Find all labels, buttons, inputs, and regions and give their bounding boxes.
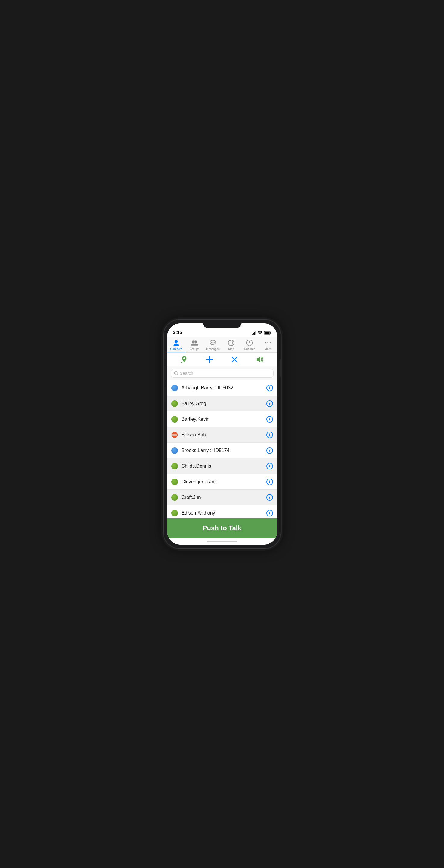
- location-button[interactable]: [172, 355, 197, 363]
- svg-point-15: [265, 342, 266, 343]
- status-time: 3:15: [173, 330, 182, 335]
- tab-contacts-label: Contacts: [170, 347, 182, 351]
- tab-recents[interactable]: Recents: [241, 337, 259, 352]
- contact-item[interactable]: Croft.Jimi: [167, 490, 277, 505]
- phone-shell: 3:15: [163, 320, 281, 548]
- contact-name: Brooks.Larry :: ID5174: [182, 448, 266, 453]
- status-dot: [171, 400, 178, 407]
- contacts-icon: [172, 339, 180, 347]
- contact-item[interactable]: Arbaugh.Barry :: ID5032i: [167, 380, 277, 396]
- status-dot: [171, 385, 178, 391]
- contact-name: Edison.Anthony: [182, 510, 266, 516]
- tab-messages[interactable]: Messages: [204, 337, 222, 352]
- location-pin-icon: [180, 355, 188, 363]
- push-to-talk-button[interactable]: Push to Talk: [167, 518, 277, 538]
- contact-list: Arbaugh.Barry :: ID5032iBailey.GregiBart…: [167, 380, 277, 518]
- svg-rect-28: [172, 434, 177, 435]
- volume-button[interactable]: [247, 355, 272, 364]
- tab-map-label: Map: [228, 347, 234, 351]
- close-icon: [231, 356, 238, 363]
- info-button[interactable]: i: [266, 416, 273, 423]
- ptt-label: Push to Talk: [202, 524, 242, 532]
- info-button[interactable]: i: [266, 478, 273, 485]
- svg-marker-24: [257, 357, 260, 362]
- tab-bar: Contacts Groups Me: [167, 337, 277, 353]
- contact-name: Arbaugh.Barry :: ID5032: [182, 385, 266, 391]
- mute-button: [163, 350, 164, 361]
- add-icon: [205, 355, 214, 364]
- info-button[interactable]: i: [266, 400, 273, 407]
- contact-item[interactable]: Edison.Anthonyi: [167, 505, 277, 518]
- svg-line-26: [177, 374, 178, 375]
- home-indicator: [167, 538, 277, 545]
- status-icons: [252, 331, 271, 335]
- status-dot: [171, 478, 178, 485]
- tab-groups-label: Groups: [190, 347, 200, 351]
- contact-item[interactable]: Clevenger.Franki: [167, 474, 277, 490]
- volume-down-button: [163, 385, 164, 402]
- phone-screen: 3:15: [167, 323, 277, 545]
- contact-name: Clevenger.Frank: [182, 479, 266, 485]
- contact-name: Childs.Dennis: [182, 463, 266, 469]
- info-button[interactable]: i: [266, 510, 273, 517]
- status-dot: [171, 463, 178, 469]
- battery-icon: [264, 331, 271, 335]
- close-button[interactable]: [222, 356, 247, 363]
- svg-point-17: [269, 342, 271, 343]
- blocked-icon: [171, 432, 178, 438]
- notch: [202, 320, 242, 328]
- svg-point-8: [213, 342, 214, 343]
- svg-point-16: [267, 342, 268, 343]
- groups-icon: [191, 339, 198, 347]
- messages-icon: [209, 339, 217, 347]
- info-button[interactable]: i: [266, 463, 273, 469]
- tab-more[interactable]: More: [259, 337, 277, 352]
- search-bar: Search: [167, 366, 277, 380]
- svg-point-18: [183, 357, 185, 359]
- more-icon: [264, 339, 272, 347]
- contact-item[interactable]: Blasco.Bobi: [167, 427, 277, 443]
- status-dot: [171, 494, 178, 501]
- tab-groups[interactable]: Groups: [186, 337, 204, 352]
- search-icon: [174, 371, 178, 375]
- contact-name: Croft.Jim: [182, 495, 266, 500]
- home-bar: [207, 541, 237, 542]
- svg-point-3: [175, 340, 178, 343]
- svg-point-7: [211, 342, 212, 343]
- map-icon: [227, 339, 235, 347]
- info-button[interactable]: i: [266, 447, 273, 454]
- status-dot: [171, 447, 178, 454]
- recents-icon: [246, 339, 253, 347]
- search-input-wrap[interactable]: Search: [171, 369, 274, 378]
- svg-point-19: [181, 363, 182, 363]
- contact-name: Bartley.Kevin: [182, 416, 266, 422]
- contact-item[interactable]: Childs.Dennisi: [167, 458, 277, 474]
- status-dot: [171, 510, 178, 517]
- tab-contacts[interactable]: Contacts: [167, 337, 186, 352]
- svg-rect-1: [270, 332, 271, 334]
- tab-map[interactable]: Map: [222, 337, 241, 352]
- info-button[interactable]: i: [266, 432, 273, 438]
- info-button[interactable]: i: [266, 385, 273, 391]
- add-button[interactable]: [197, 355, 222, 364]
- info-button[interactable]: i: [266, 494, 273, 501]
- volume-icon: [255, 355, 264, 364]
- toolbar: [167, 353, 277, 366]
- status-dot: [171, 416, 178, 423]
- contact-name: Blasco.Bob: [182, 432, 266, 438]
- svg-point-9: [214, 342, 215, 343]
- tab-messages-label: Messages: [206, 347, 220, 351]
- search-placeholder: Search: [180, 371, 193, 376]
- svg-rect-2: [264, 332, 269, 334]
- signal-icon: [252, 331, 256, 335]
- contact-item[interactable]: Bartley.Kevini: [167, 411, 277, 427]
- tab-more-label: More: [264, 347, 272, 351]
- tab-recents-label: Recents: [244, 347, 255, 351]
- svg-point-5: [194, 340, 197, 343]
- svg-point-4: [192, 340, 194, 343]
- contact-name: Bailey.Greg: [182, 401, 266, 406]
- contact-item[interactable]: Bailey.Gregi: [167, 396, 277, 411]
- volume-up-button: [163, 365, 164, 382]
- wifi-icon: [258, 331, 262, 335]
- contact-item[interactable]: Brooks.Larry :: ID5174i: [167, 443, 277, 458]
